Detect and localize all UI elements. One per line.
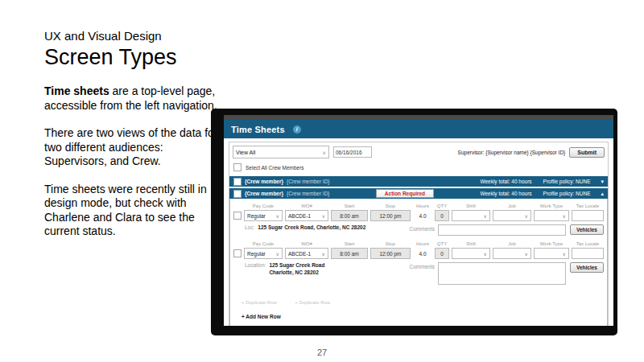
hours-value: 4.0 — [413, 213, 432, 219]
add-new-row-link[interactable]: + Add New Row — [242, 314, 281, 319]
column-labels-row: Pay Code WO# Start Stop Hours QTY Shift … — [233, 204, 604, 208]
vehicles-button[interactable]: Vehicles — [570, 224, 604, 235]
col-wo: WO# — [285, 241, 328, 246]
work-type-select[interactable]: ∨ — [534, 210, 569, 221]
shift-select[interactable]: ∨ — [452, 248, 490, 259]
location-comments-row: Location: 125 Sugar Creek RoadCharlotte,… — [233, 259, 604, 287]
qty-field[interactable]: 0 — [435, 210, 449, 221]
col-work-type: Work Type — [534, 241, 569, 246]
start-time-field[interactable]: 8:00 am — [331, 210, 368, 221]
work-type-select[interactable]: ∨ — [534, 248, 569, 259]
column-labels-row: Pay Code WO# Start Stop Hours QTY Shift … — [233, 241, 604, 246]
crew-member-name: {Crew member} — [245, 179, 283, 184]
device-bezel: Time Sheets i View All ∨ 06/16/2016 Supe… — [211, 109, 617, 335]
paragraph-2: There are two views of the data for two … — [44, 126, 218, 169]
info-icon[interactable]: i — [293, 125, 301, 134]
col-job: Job — [493, 204, 531, 208]
date-input[interactable]: 06/16/2016 — [333, 146, 372, 158]
col-qty: QTY — [435, 241, 449, 246]
location-block: Loc: 125 Sugar Creek Road, Charlotte, NC… — [245, 224, 404, 232]
col-wo: WO# — [285, 204, 328, 208]
col-pay-code: Pay Code — [244, 204, 283, 208]
col-stop: Stop — [370, 241, 411, 246]
chevron-up-icon[interactable]: ▴ — [601, 191, 604, 197]
comments-label: Comments — [404, 264, 435, 269]
col-hours: Hours — [413, 241, 432, 246]
shift-select[interactable]: ∨ — [452, 210, 490, 221]
chevron-down-icon[interactable]: ▾ — [601, 179, 604, 185]
col-shift: Shift — [452, 241, 490, 246]
action-required-button[interactable]: Action Required — [376, 189, 434, 198]
paragraph-1: Time sheets are a top-level page, access… — [44, 84, 218, 113]
chevron-down-icon: ∨ — [276, 251, 279, 257]
select-all-row: Select All Crew Members — [229, 161, 608, 175]
profile-policy: Profile policy: NUNE — [543, 191, 591, 196]
location-address: 125 Sugar Creek RoadCharlotte, NC 28202 — [269, 262, 324, 276]
wo-value: ABCDE-1 — [288, 251, 311, 257]
select-all-checkbox[interactable] — [233, 163, 242, 171]
qty-field[interactable]: 0 — [435, 248, 449, 259]
submit-button[interactable]: Submit — [569, 147, 605, 158]
col-pay-code: Pay Code — [244, 241, 283, 246]
slide: UX and Visual Design Screen Types Time s… — [0, 0, 644, 362]
location-label: Loc: — [245, 224, 254, 232]
col-work-type: Work Type — [534, 204, 569, 208]
comments-label: Comments — [404, 226, 435, 232]
stop-time-field[interactable]: 12:00 pm — [370, 248, 411, 259]
col-hours: Hours — [413, 204, 432, 208]
crew-member-id: {Crew member ID} — [287, 191, 329, 196]
wo-select[interactable]: ABCDE-1∨ — [285, 210, 328, 221]
vehicles-button[interactable]: Vehicles — [570, 262, 604, 273]
job-select[interactable]: ∨ — [493, 248, 531, 259]
profile-policy: Profile policy: NUNE — [543, 179, 591, 184]
view-filter-select[interactable]: View All ∨ — [233, 146, 329, 158]
tax-locale-input[interactable] — [572, 248, 604, 259]
chevron-down-icon: ∨ — [563, 251, 566, 257]
app-title: Time Sheets — [231, 125, 285, 134]
comments-textarea[interactable] — [438, 262, 566, 285]
chevron-down-icon: ∨ — [563, 213, 566, 219]
wo-value: ABCDE-1 — [288, 213, 311, 219]
chevron-down-icon: ∨ — [322, 251, 325, 257]
weekly-total: Weekly total: 40 hours — [480, 179, 531, 184]
slide-eyebrow: UX and Visual Design — [44, 29, 218, 43]
tax-locale-input[interactable] — [572, 210, 604, 221]
toolbar: View All ∨ 06/16/2016 Supervisor: {Super… — [229, 142, 608, 161]
duplicate-row-link[interactable]: + Duplicate Row — [295, 300, 330, 305]
location-address: 125 Sugar Creek Road, Charlotte, NC 2820… — [258, 224, 365, 232]
hours-value: 4.0 — [413, 251, 432, 257]
stop-time-field[interactable]: 12:00 pm — [370, 210, 411, 221]
content-panel: View All ∨ 06/16/2016 Supervisor: {Super… — [229, 142, 609, 326]
location-comments-row: Loc: 125 Sugar Creek Road, Charlotte, NC… — [233, 221, 604, 238]
pay-code-select[interactable]: Regular∨ — [244, 210, 283, 221]
timesheet-detail-panel: Pay Code WO# Start Stop Hours QTY Shift … — [229, 199, 608, 326]
col-shift: Shift — [452, 204, 490, 208]
pay-code-value: Regular — [247, 213, 266, 219]
entry-checkbox[interactable] — [233, 212, 242, 220]
paragraph-3: Time sheets were recently still in desig… — [44, 183, 218, 239]
entry-row: Regular∨ ABCDE-1∨ 8:00 am 12:00 pm 4.0 0… — [233, 248, 604, 259]
entry-checkbox[interactable] — [233, 249, 242, 257]
crew-member-id: {Crew member ID} — [287, 179, 329, 184]
supervisor-label: Supervisor: {Supervisor name} {Superviso… — [458, 150, 566, 155]
slide-text-column: UX and Visual Design Screen Types Time s… — [44, 29, 218, 253]
col-job: Job — [493, 241, 531, 246]
pay-code-select[interactable]: Regular∨ — [244, 248, 283, 259]
pay-code-value: Regular — [247, 251, 266, 257]
app-header: Time Sheets i — [224, 120, 613, 138]
wo-select[interactable]: ABCDE-1∨ — [285, 248, 328, 259]
row-checkbox[interactable] — [233, 178, 242, 186]
location-block: Location: 125 Sugar Creek RoadCharlotte,… — [245, 262, 404, 276]
start-time-field[interactable]: 8:00 am — [331, 248, 368, 259]
crew-row[interactable]: {Crew member} {Crew member ID} Weekly to… — [229, 176, 608, 187]
row-checkbox[interactable] — [233, 190, 242, 198]
crew-member-name: {Crew member} — [245, 191, 283, 196]
chevron-down-icon: ∨ — [525, 251, 528, 257]
col-qty: QTY — [435, 204, 449, 208]
job-select[interactable]: ∨ — [493, 210, 531, 221]
chevron-down-icon: ∨ — [323, 150, 326, 155]
crew-row-expanded-header[interactable]: {Crew member} {Crew member ID} Action Re… — [229, 188, 608, 199]
col-start: Start — [331, 204, 368, 208]
comments-textarea[interactable] — [438, 224, 566, 236]
duplicate-row-link[interactable]: + Duplicate Row — [242, 300, 277, 305]
